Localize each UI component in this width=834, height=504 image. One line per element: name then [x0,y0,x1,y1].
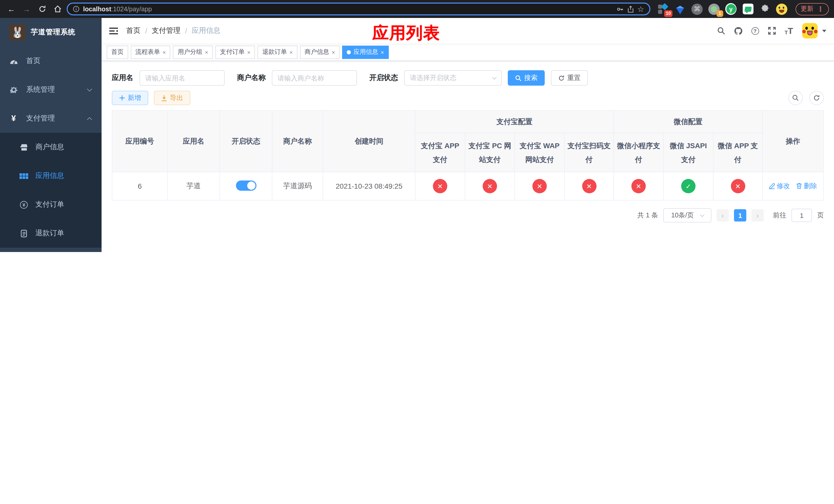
page-size-select[interactable]: 10条/页 [663,208,711,223]
export-button[interactable]: 导出 [154,91,190,105]
extensions-puzzle-icon[interactable] [759,3,770,15]
password-key-icon[interactable] [616,5,623,13]
close-icon[interactable]: × [289,49,293,55]
status-toggle[interactable] [236,180,256,190]
close-icon[interactable]: × [162,49,166,55]
tab-user-group[interactable]: 用户分组× [173,45,213,59]
help-icon[interactable]: ? [747,18,763,44]
font-size-icon[interactable]: TT [781,18,796,44]
tab-label: 用户分组 [178,48,202,56]
col-wechat-app: 微信 APP 支付 [713,133,763,172]
merchant-name-input[interactable] [272,70,357,86]
edit-link-label: 修改 [776,182,790,191]
close-icon[interactable]: × [205,49,208,55]
extension-badge-10: 10 [664,10,673,17]
search-icon[interactable] [714,18,729,44]
status-cross-icon: ✕ [433,179,447,193]
forward-icon[interactable]: → [21,3,33,15]
share-icon[interactable] [627,5,634,13]
close-icon[interactable]: × [332,49,335,55]
col-app-name: 应用名 [168,111,220,172]
navbar: 首页 / 支付管理 / 应用信息 ? [102,18,834,44]
extension-grid-diamond-icon[interactable]: 10 [658,3,669,15]
reload-icon[interactable] [36,3,48,15]
breadcrumb-payment[interactable]: 支付管理 [152,26,180,36]
hide-search-icon-button[interactable] [788,91,803,105]
app-logo: 🐰 芋道管理系统 [0,18,102,47]
github-icon[interactable] [730,18,746,44]
group-wechat-config: 微信配置 [614,111,763,133]
col-alipay-wap: 支付宝 WAP 网站支付 [515,133,565,172]
goto-page-input[interactable] [791,209,812,222]
browser-menu-icon[interactable]: ⋮ [817,5,824,13]
tab-label: 流程表单 [135,48,160,56]
cell-actions: 修改 删除 [763,172,824,200]
tab-app-info[interactable]: 应用信息× [342,45,389,59]
sidebar-item-home[interactable]: 首页 [0,47,102,75]
back-icon[interactable]: ← [5,3,18,15]
screen: ← → localhost :1024/pay/app ☆ [0,0,834,252]
current-page-button[interactable]: 1 [734,209,746,222]
tab-label: 应用信息 [353,48,378,56]
status-cross-icon: ✕ [532,179,547,193]
extensions-strip: 10 ⌘ 1 y [658,3,787,15]
url-bar[interactable]: localhost :1024/pay/app ☆ [67,3,650,15]
tab-label: 退款订单 [262,48,287,56]
sidebar-item-system[interactable]: 系统管理 [0,75,102,104]
col-created: 创建时间 [323,111,415,172]
extension-chat-icon[interactable] [742,3,753,15]
site-info-icon[interactable] [73,6,80,12]
delete-link-label: 删除 [804,182,817,191]
sidebar-item-infrastructure[interactable]: 基础设施 [0,248,102,252]
next-page-button[interactable]: › [751,209,764,222]
update-button[interactable]: 更新 ⋮ [795,3,829,15]
chevron-down-icon [700,212,704,217]
cell-app-name: 芋道 [168,172,220,200]
refresh-icon-button[interactable] [809,91,824,105]
add-button[interactable]: 新增 [112,91,148,105]
tab-pay-order[interactable]: 支付订单× [215,45,255,59]
page-content: 应用名 商户名称 开启状态 请选择开启状态 搜索 [102,61,834,252]
bookmark-star-icon[interactable]: ☆ [637,4,644,14]
sidebar-collapse-icon[interactable] [109,27,118,35]
reset-button[interactable]: 重置 [551,70,588,86]
sidebar-item-refund-order[interactable]: 退款订单 [0,219,102,248]
edit-link[interactable]: 修改 [769,182,790,191]
breadcrumb-home[interactable]: 首页 [126,26,140,36]
yen-icon: ¥ [9,114,18,123]
extension-gem-icon[interactable] [675,3,686,15]
sidebar-item-label: 支付订单 [36,200,64,209]
sidebar-item-app-info[interactable]: 应用信息 [0,161,102,190]
annotation-title: 应用列表 [372,22,440,45]
extension-emoji-icon[interactable] [776,3,787,15]
tab-refund-order[interactable]: 退款订单× [258,45,298,59]
breadcrumb-separator: / [145,27,147,35]
sidebar-item-pay-order[interactable]: ¥ 支付订单 [0,190,102,219]
user-avatar[interactable] [802,23,818,39]
prev-page-button[interactable]: ‹ [717,209,729,222]
tab-merchant-info[interactable]: 商户信息× [300,45,340,59]
extension-command-icon[interactable]: ⌘ [692,3,703,15]
close-icon[interactable]: × [247,49,250,55]
home-icon[interactable] [51,3,64,15]
status-select[interactable]: 请选择开启状态 [404,70,502,86]
tab-label: 首页 [111,48,124,56]
tab-home[interactable]: 首页 [107,45,128,59]
sidebar-item-payment[interactable]: ¥ 支付管理 [0,104,102,133]
page-size-value: 10条/页 [671,211,694,220]
status-check-icon: ✓ [681,179,696,193]
group-alipay-config: 支付宝配置 [415,111,614,133]
delete-link[interactable]: 删除 [796,182,817,191]
fullscreen-icon[interactable] [764,18,780,44]
extension-recorder-icon[interactable]: 1 [708,3,720,15]
search-button[interactable]: 搜索 [508,70,545,86]
breadcrumb-current: 应用信息 [192,26,221,36]
close-icon[interactable]: × [380,49,384,55]
col-wechat-mini: 微信小程序支付 [614,133,663,172]
app-name-input[interactable] [139,70,225,86]
tab-process-form[interactable]: 流程表单× [131,45,171,59]
extension-y-icon[interactable]: y [725,3,737,15]
user-menu-caret-icon[interactable] [822,29,826,32]
app-window: 🐰 芋道管理系统 首页 系统管理 ¥ [0,18,834,252]
sidebar-item-merchant-info[interactable]: 商户信息 [0,133,102,161]
